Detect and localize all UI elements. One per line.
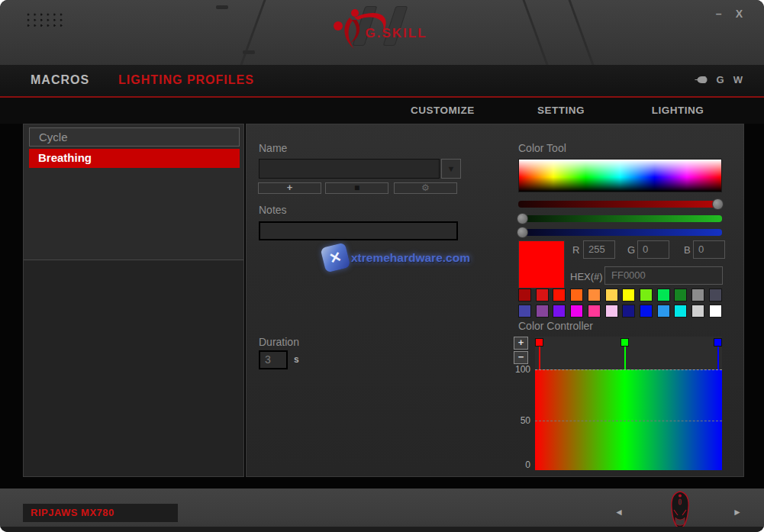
watermark: ✕ xtremehardware.com [323,245,470,270]
green-slider-handle[interactable] [517,213,528,224]
r-input[interactable]: 255 [583,240,615,259]
next-device-arrow[interactable]: ► [733,507,742,517]
swatch-row-2 [518,305,722,318]
profile-settings-button[interactable]: ⚙ [394,182,457,194]
r-label: R [572,244,579,256]
gradient-stop-marker[interactable] [714,338,722,369]
remove-stop-button[interactable]: − [514,351,528,364]
color-swatch[interactable] [640,289,653,301]
color-swatch[interactable] [709,305,722,318]
device-mouse-icon[interactable] [666,490,695,532]
hex-input[interactable]: FF0000 [604,266,723,285]
color-swatch[interactable] [657,289,670,301]
app-window: G.SKILL – X MACROS LIGHTING PROFILES G W… [0,0,764,532]
mouse-device-icon[interactable] [695,76,708,84]
color-swatch[interactable] [536,305,549,318]
red-slider[interactable] [518,201,722,208]
profile-item-cycle[interactable]: Cycle [29,127,240,147]
color-swatch[interactable] [553,289,566,301]
close-button[interactable]: X [736,8,743,20]
color-swatch[interactable] [691,289,704,301]
chrome-notch [243,50,255,54]
blue-slider-handle[interactable] [517,227,528,238]
gradient-stop-strip[interactable] [535,337,722,369]
add-stop-button[interactable]: + [514,337,528,350]
b-label: B [684,244,691,256]
gradient-stop-marker[interactable] [535,338,543,369]
delete-profile-button[interactable]: ■ [325,182,388,194]
name-label: Name [259,142,287,154]
sub-tab-bar: CUSTOMIZE SETTING LIGHTING [0,98,764,124]
profile-item-breathing[interactable]: Breathing [29,149,240,168]
scale-label-100: 100 [508,364,530,375]
blue-slider[interactable] [518,229,722,236]
color-swatch[interactable] [674,305,687,318]
red-slider-handle[interactable] [712,198,724,210]
chrome-seam [240,0,266,65]
color-tool-title: Color Tool [518,142,566,154]
color-swatch[interactable] [518,289,531,301]
gradient-stop-square[interactable] [535,338,543,347]
window-bottom-edge [0,527,764,532]
hue-saturation-picker[interactable] [518,159,722,192]
gradient-stop-marker[interactable] [621,338,629,369]
subtab-lighting[interactable]: LIGHTING [652,105,704,116]
gskill-logo-text: G.SKILL [366,26,427,41]
name-dropdown-button[interactable]: ▼ [441,159,461,179]
gskill-logo: G.SKILL [329,5,436,55]
color-swatch[interactable] [674,289,687,301]
w-mode-button[interactable]: W [733,74,743,85]
watermark-icon: ✕ [320,242,350,272]
b-input[interactable]: 0 [693,240,725,259]
color-swatch[interactable] [605,289,618,301]
profile-editor-panel: Name ▼ + ■ ⚙ Notes ✕ xtremehardware.com … [246,124,744,477]
swatch-row-1 [518,289,722,301]
tab-macros[interactable]: MACROS [31,73,89,87]
color-preview [518,240,565,289]
color-swatch[interactable] [657,305,670,318]
prev-device-arrow[interactable]: ◄ [614,507,624,517]
chrome-seam [569,0,595,65]
g-mode-button[interactable]: G [717,74,724,85]
duration-label: Duration [259,336,299,348]
minimize-button[interactable]: – [716,8,722,20]
color-swatch[interactable] [553,305,566,318]
device-name-badge: RIPJAWS MX780 [23,504,178,522]
gradient-stop-line [539,347,540,369]
color-swatch[interactable] [536,289,549,301]
color-swatch[interactable] [640,305,653,318]
watermark-text: xtremehardware.com [351,251,470,265]
color-swatch[interactable] [570,305,583,318]
gradient-stop-square[interactable] [714,338,722,347]
color-swatch[interactable] [622,305,635,318]
color-gradient-canvas[interactable] [535,369,722,470]
gradient-stop-square[interactable] [621,338,629,347]
color-swatch[interactable] [570,289,583,301]
notes-input[interactable] [259,221,458,240]
add-profile-button[interactable]: + [258,182,321,194]
scale-label-0: 0 [508,459,530,470]
status-bar: RIPJAWS MX780 ◄ ► [0,488,764,532]
title-bar: G.SKILL – X [0,0,764,65]
color-swatch[interactable] [588,305,601,318]
duration-input[interactable]: 3 [259,350,288,369]
profile-list-panel: Cycle Breathing [23,124,244,477]
color-swatch[interactable] [691,305,704,318]
color-swatch[interactable] [709,289,722,301]
name-input[interactable] [259,159,440,179]
subtab-customize[interactable]: CUSTOMIZE [411,105,475,116]
g-label: G [627,244,635,256]
color-swatch[interactable] [605,305,618,318]
subtab-setting[interactable]: SETTING [537,105,585,116]
profile-list: Cycle Breathing [24,124,243,260]
gradient-stop-line [624,347,626,369]
tab-lighting-profiles[interactable]: LIGHTING PROFILES [118,73,254,87]
g-input[interactable]: 0 [637,240,669,259]
scale-label-50: 50 [508,415,530,426]
color-swatch[interactable] [588,289,601,301]
main-tab-bar: MACROS LIGHTING PROFILES G W [0,65,764,96]
green-slider[interactable] [518,215,722,222]
duration-unit: s [294,354,299,365]
color-swatch[interactable] [622,289,635,301]
color-swatch[interactable] [518,305,531,318]
